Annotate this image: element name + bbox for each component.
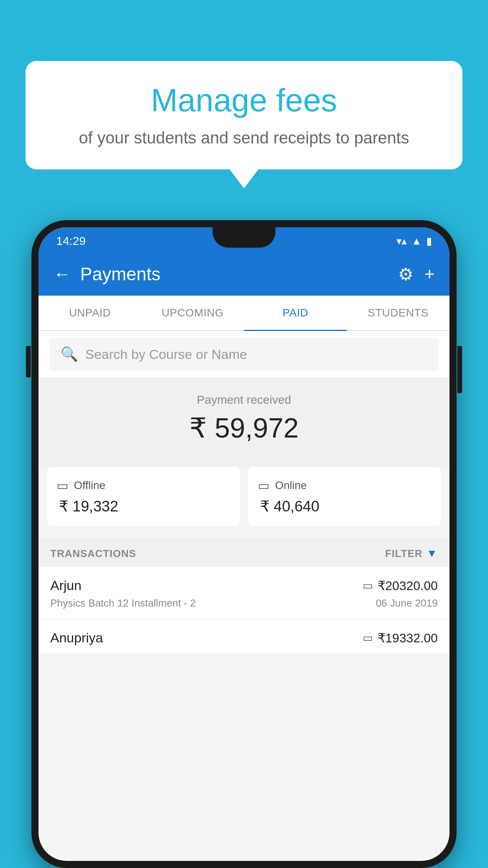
payment-received-section: Payment received ₹ 59,972 <box>39 377 449 467</box>
status-time: 14:29 <box>56 234 86 248</box>
filter-label: FILTER <box>385 548 422 560</box>
speech-bubble-container: Manage fees of your students and send re… <box>26 61 462 169</box>
app-bar-left: ← Payments <box>53 263 161 285</box>
transaction-top: Arjun ▭ ₹20320.00 <box>50 578 438 593</box>
app-bar: ← Payments ⚙ + <box>39 252 449 296</box>
search-box[interactable]: 🔍 Search by Course or Name <box>50 338 438 370</box>
add-icon[interactable]: + <box>424 264 435 284</box>
offline-card-header: ▭ Offline <box>57 478 230 493</box>
payment-received-label: Payment received <box>50 393 438 406</box>
tabs: UNPAID UPCOMING PAID STUDENTS <box>39 296 449 331</box>
transaction-amount: ₹20320.00 <box>378 578 438 593</box>
battery-icon: ▮ <box>426 235 432 247</box>
phone-container: 14:29 ▾▴ ▲ ▮ ← Payments ⚙ + <box>31 220 457 868</box>
transaction-type-icon: ▭ <box>363 579 373 592</box>
phone-shell: 14:29 ▾▴ ▲ ▮ ← Payments ⚙ + <box>31 220 457 868</box>
phone-notch <box>213 227 275 248</box>
online-icon: ▭ <box>258 478 270 493</box>
transactions-label: TRANSACTIONS <box>50 548 136 560</box>
offline-label: Offline <box>74 479 105 492</box>
tab-unpaid[interactable]: UNPAID <box>39 296 141 330</box>
transaction-amount-wrapper: ▭ ₹20320.00 <box>363 578 438 593</box>
bubble-subtitle: of your students and send receipts to pa… <box>49 127 439 150</box>
transaction-description: Physics Batch 12 Installment - 2 <box>50 597 196 609</box>
online-card-header: ▭ Online <box>258 478 431 493</box>
transaction-top-partial: Anupriya ▭ ₹19332.00 <box>50 630 438 645</box>
gear-icon[interactable]: ⚙ <box>398 264 413 284</box>
payment-received-amount: ₹ 59,972 <box>50 412 438 444</box>
transaction-date: 06 June 2019 <box>376 597 438 609</box>
transactions-header: TRANSACTIONS FILTER ▼ <box>39 538 449 567</box>
bubble-title: Manage fees <box>49 83 439 118</box>
app-bar-right: ⚙ + <box>398 264 435 284</box>
transaction-name-2: Anupriya <box>50 630 103 645</box>
online-label: Online <box>275 479 307 492</box>
offline-icon: ▭ <box>57 478 68 493</box>
signal-icon: ▲ <box>411 235 422 247</box>
phone-screen: 14:29 ▾▴ ▲ ▮ ← Payments ⚙ + <box>39 227 449 861</box>
speech-bubble: Manage fees of your students and send re… <box>26 61 462 169</box>
payment-cards: ▭ Offline ₹ 19,332 ▭ Online ₹ 40,640 <box>39 467 449 538</box>
search-icon: 🔍 <box>61 346 78 362</box>
online-card: ▭ Online ₹ 40,640 <box>248 467 441 526</box>
transaction-amount-2: ₹19332.00 <box>378 631 438 645</box>
transaction-row-partial[interactable]: Anupriya ▭ ₹19332.00 <box>39 619 449 653</box>
transaction-bottom: Physics Batch 12 Installment - 2 06 June… <box>50 597 438 609</box>
tab-paid[interactable]: PAID <box>244 296 347 330</box>
online-amount: ₹ 40,640 <box>258 498 431 515</box>
page-title: Payments <box>80 263 161 285</box>
transaction-name: Arjun <box>50 578 81 593</box>
transaction-amount-wrapper-2: ▭ ₹19332.00 <box>363 631 438 645</box>
filter-icon: ▼ <box>426 547 438 560</box>
search-placeholder: Search by Course or Name <box>85 347 247 362</box>
offline-card: ▭ Offline ₹ 19,332 <box>47 467 240 526</box>
filter-button[interactable]: FILTER ▼ <box>385 547 438 560</box>
back-button[interactable]: ← <box>53 265 71 283</box>
search-container: 🔍 Search by Course or Name <box>39 331 449 377</box>
status-icons: ▾▴ ▲ ▮ <box>396 235 432 247</box>
offline-amount: ₹ 19,332 <box>57 498 230 515</box>
transaction-row[interactable]: Arjun ▭ ₹20320.00 Physics Batch 12 Insta… <box>39 567 449 619</box>
tab-upcoming[interactable]: UPCOMING <box>141 296 244 330</box>
transaction-type-icon-2: ▭ <box>363 631 373 644</box>
tab-students[interactable]: STUDENTS <box>347 296 450 330</box>
wifi-icon: ▾▴ <box>396 235 407 247</box>
